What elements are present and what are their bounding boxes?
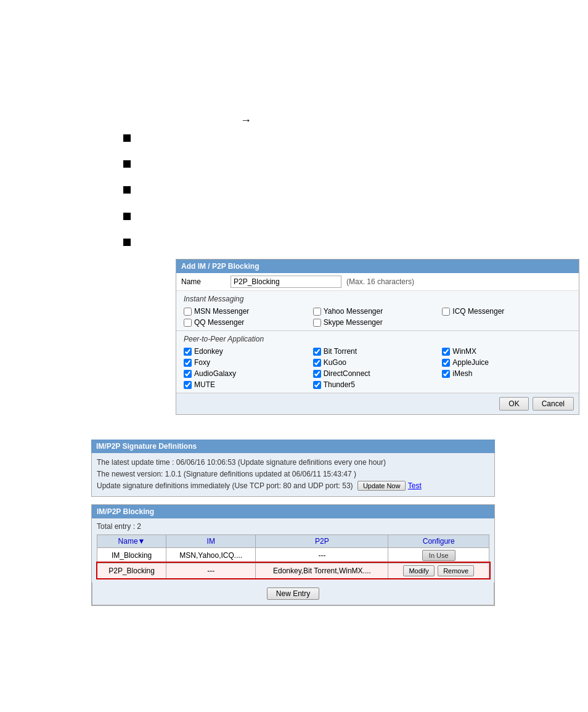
update-info-text: Update signature definitions immediately… [97,481,353,490]
im-item-skype: Skype Messenger [313,318,443,327]
ok-button[interactable]: OK [499,397,528,411]
col-p2p: P2P [256,534,388,547]
bullet-group-1 [123,134,131,194]
p2p-checkbox-directconnect[interactable] [313,370,321,378]
im-section: Instant Messaging MSN Messenger Yahoo Me… [176,291,579,331]
p2p-label-imesh: iMesh [452,369,472,378]
p2p-checkbox-applejuice[interactable] [442,359,450,367]
p2p-item-foxy: Foxy [184,358,313,367]
p2p-item-applejuice: AppleJuice [442,358,571,367]
add-panel: Add IM / P2P Blocking Name (Max. 16 char… [176,259,579,415]
bullet-1 [123,134,131,142]
p2p-section: Peer-to-Peer Application Edonkey Bit Tor… [176,331,579,393]
bullet-4 [123,213,131,220]
im-item-icq: ICQ Messenger [442,307,571,316]
in-use-button[interactable]: In Use [422,550,455,561]
p2p-checkbox-foxy[interactable] [184,359,192,367]
table-row-highlighted: P2P_Blocking --- Edonkey,Bit Torrent,Win… [97,563,489,578]
row2-name: P2P_Blocking [97,563,166,578]
im-label-yahoo: Yahoo Messenger [324,307,383,316]
p2p-label-foxy: Foxy [194,358,210,367]
arrow-icon: → [240,114,251,127]
cancel-button[interactable]: Cancel [533,397,574,411]
latest-update-line: The latest update time : 06/06/16 10:06:… [97,457,489,469]
row2-configure: Modify Remove [388,563,489,578]
signature-header: IM/P2P Signature Definitions [91,440,495,453]
row1-configure: In Use [388,547,489,563]
bullet-5 [123,239,131,246]
signature-info: The latest update time : 06/06/16 10:06:… [91,453,495,497]
blocking-header: IM/P2P Blocking [92,505,494,518]
row1-p2p: --- [256,547,388,563]
update-info-line: Update signature definitions immediately… [97,480,489,492]
im-label-icq: ICQ Messenger [452,307,504,316]
p2p-checkbox-audiogalaxy[interactable] [184,370,192,378]
im-label-qq: QQ Messenger [194,318,244,327]
new-entry-button[interactable]: New Entry [267,587,319,600]
p2p-checkbox-imesh[interactable] [442,370,450,378]
table-header-row: Name▼ IM P2P Configure [97,534,489,547]
add-panel-title: Add IM / P2P Blocking [176,260,579,273]
col-im: IM [166,534,256,547]
p2p-item-edonkey: Edonkey [184,347,313,356]
remove-button[interactable]: Remove [438,565,474,576]
p2p-item-imesh: iMesh [442,369,571,378]
bullet-3 [123,186,131,194]
bullet-group-2 [123,213,131,246]
p2p-item-kugoo: KuGoo [313,358,443,367]
table-row: IM_Blocking MSN,Yahoo,ICQ.... --- In Use [97,547,489,563]
row2-im: --- [166,563,256,578]
im-checkbox-qq[interactable] [184,319,192,327]
p2p-checkbox-mute[interactable] [184,381,192,389]
im-checkbox-skype[interactable] [313,319,321,327]
name-input[interactable] [231,276,341,288]
update-now-button[interactable]: Update Now [357,481,406,491]
new-entry-area: New Entry [92,583,494,605]
panel-footer: OK Cancel [176,393,579,414]
p2p-item-audiogalaxy: AudioGalaxy [184,369,313,378]
im-label-msn: MSN Messenger [194,307,249,316]
im-checkbox-yahoo[interactable] [313,308,321,316]
p2p-checkbox-bittorrent[interactable] [313,348,321,356]
row1-im: MSN,Yahoo,ICQ.... [166,547,256,563]
im-section-title: Instant Messaging [184,295,571,303]
row2-p2p: Edonkey,Bit Torrent,WinMX.... [256,563,388,578]
p2p-checkbox-thunder5[interactable] [313,381,321,389]
col-name[interactable]: Name▼ [97,534,166,547]
im-checkbox-msn[interactable] [184,308,192,316]
p2p-checkbox-grid: Edonkey Bit Torrent WinMX Foxy KuGoo [184,347,571,389]
p2p-label-edonkey: Edonkey [194,347,223,356]
blocking-table: Name▼ IM P2P Configure IM_Blocking MSN,Y… [97,534,489,579]
p2p-label-winmx: WinMX [452,347,476,356]
p2p-label-bittorrent: Bit Torrent [324,347,357,356]
im-item-msn: MSN Messenger [184,307,313,316]
p2p-item-winmx: WinMX [442,347,571,356]
p2p-label-mute: MUTE [194,380,215,389]
im-checkbox-icq[interactable] [442,308,450,316]
p2p-label-applejuice: AppleJuice [452,358,489,367]
modify-button[interactable]: Modify [403,565,434,576]
p2p-checkbox-kugoo[interactable] [313,359,321,367]
im-item-yahoo: Yahoo Messenger [313,307,443,316]
p2p-label-audiogalaxy: AudioGalaxy [194,369,236,378]
p2p-checkbox-winmx[interactable] [442,348,450,356]
blocking-body: Total entry : 2 Name▼ IM P2P Configure I… [92,518,494,583]
row1-name: IM_Blocking [97,547,166,563]
name-row: Name (Max. 16 characters) [176,273,579,291]
newest-version-line: The newest version: 1.0.1 (Signature def… [97,469,489,480]
signature-section: IM/P2P Signature Definitions The latest … [91,440,495,497]
total-entry: Total entry : 2 [97,522,489,531]
col-configure: Configure [388,534,489,547]
p2p-item-directconnect: DirectConnect [313,369,443,378]
p2p-label-kugoo: KuGoo [324,358,346,367]
blocking-section: IM/P2P Blocking Total entry : 2 Name▼ IM… [91,504,495,606]
p2p-section-title: Peer-to-Peer Application [184,335,571,343]
p2p-checkbox-edonkey[interactable] [184,348,192,356]
p2p-item-thunder5: Thunder5 [313,380,443,389]
add-panel-container: Add IM / P2P Blocking Name (Max. 16 char… [84,259,491,415]
p2p-label-directconnect: DirectConnect [324,369,370,378]
im-checkbox-grid: MSN Messenger Yahoo Messenger ICQ Messen… [184,307,571,327]
test-link[interactable]: Test [408,481,422,490]
p2p-label-thunder5: Thunder5 [324,380,355,389]
p2p-item-mute: MUTE [184,380,313,389]
